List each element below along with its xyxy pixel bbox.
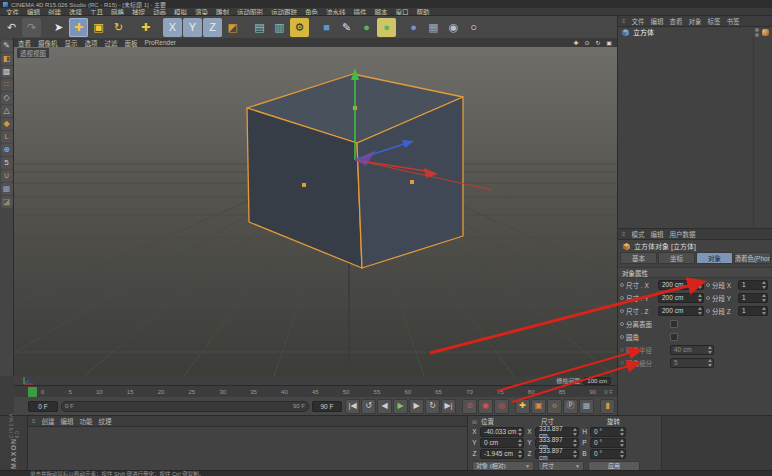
panel-icon[interactable]: ≡: [32, 418, 36, 424]
last-tool-icon[interactable]: ✚: [136, 18, 155, 37]
anim-dot[interactable]: [620, 309, 624, 313]
viewport-menu-item[interactable]: 显示: [65, 38, 78, 48]
menu-item[interactable]: 编辑: [27, 8, 40, 16]
subdivision-surface-icon[interactable]: ●: [357, 18, 376, 37]
menu-item[interactable]: 选择: [69, 8, 82, 16]
y-axis-lock-icon[interactable]: Y: [183, 18, 202, 37]
menu-item[interactable]: 运动跟踪: [271, 8, 297, 16]
am-menu-item[interactable]: 编辑: [651, 229, 664, 239]
position-field[interactable]: 0 cm: [480, 438, 524, 448]
position-field[interactable]: -40.033 cm: [480, 427, 524, 437]
end-frame-field[interactable]: 90 F: [312, 401, 342, 412]
light-icon[interactable]: ○: [464, 18, 483, 37]
panel-icon[interactable]: ⊞: [472, 418, 477, 425]
polygon-mode-icon[interactable]: △: [1, 105, 13, 117]
quantize-icon[interactable]: 5: [1, 157, 13, 169]
transport-button[interactable]: [457, 399, 461, 414]
menu-item[interactable]: 流水线: [326, 8, 346, 16]
coordinate-system-icon[interactable]: ◩: [223, 18, 242, 37]
timeline-range-slider[interactable]: 0 F 90 F: [61, 401, 309, 412]
viewport-menu-item[interactable]: 过滤: [105, 38, 118, 48]
undo-icon[interactable]: ↶: [2, 18, 21, 37]
menu-item[interactable]: 渲染: [195, 8, 208, 16]
phong-tag-icon[interactable]: [762, 29, 769, 36]
toolbar-icon[interactable]: [243, 18, 249, 37]
anim-dot[interactable]: [620, 296, 624, 300]
checkbox[interactable]: [670, 320, 678, 328]
zoom-view-icon[interactable]: ⊙: [583, 39, 591, 46]
viewport-menu-item[interactable]: 查看: [18, 38, 31, 48]
menu-item[interactable]: 文件: [6, 8, 19, 16]
toggle-view-icon[interactable]: ▣: [605, 39, 613, 46]
enable-axis-icon[interactable]: L: [1, 131, 13, 143]
om-menu-item[interactable]: 文件: [632, 16, 645, 26]
deformer-icon[interactable]: ●: [377, 18, 396, 37]
record-rotation-button[interactable]: ○: [547, 399, 562, 414]
rotate-view-icon[interactable]: ↻: [594, 39, 602, 46]
segments-field[interactable]: 1: [738, 280, 768, 290]
menu-item[interactable]: 脚本: [375, 8, 388, 16]
next-frame-button[interactable]: ▶: [409, 399, 424, 414]
visibility-dot-render[interactable]: [755, 33, 759, 37]
transform-mode-dropdown[interactable]: 对象 (相对)▼: [472, 461, 534, 471]
menu-item[interactable]: 运动图形: [237, 8, 263, 16]
timeline-ruler[interactable]: 051015202530354045505560657075808590 0 F: [14, 385, 617, 397]
panel-icon[interactable]: ≡: [622, 231, 626, 237]
checkbox[interactable]: [670, 333, 678, 341]
viewport[interactable]: 查看 摄像机 显示 选项 过滤 面板 ProRender ✚⊙↻▣ 透视视图: [14, 38, 617, 376]
mat-menu-item[interactable]: 功能: [80, 416, 93, 426]
rotate-tool-icon[interactable]: ↻: [109, 18, 128, 37]
texture-mode-icon[interactable]: ▩: [1, 66, 13, 78]
current-frame-field[interactable]: 0 F: [28, 401, 58, 412]
om-menu-item[interactable]: 书签: [727, 16, 740, 26]
panel-icon[interactable]: ≡: [622, 18, 626, 24]
segments-field[interactable]: 1: [738, 293, 768, 303]
viewport-menu-item[interactable]: 摄像机: [38, 38, 58, 48]
z-axis-lock-icon[interactable]: Z: [203, 18, 222, 37]
attribute-tab[interactable]: 基本: [620, 252, 657, 264]
toolbar-icon[interactable]: [129, 18, 135, 37]
menu-item[interactable]: 网格: [111, 8, 124, 16]
anim-dot[interactable]: [620, 283, 624, 287]
mat-menu-item[interactable]: 创建: [42, 416, 55, 426]
transport-button[interactable]: [510, 399, 514, 414]
menu-item[interactable]: 角色: [305, 8, 318, 16]
object-row-cube[interactable]: 立方体: [618, 27, 772, 37]
prev-frame-button[interactable]: ◀: [377, 399, 392, 414]
lock-workplane-icon[interactable]: ◪: [1, 196, 13, 208]
size-field[interactable]: 200 cm: [658, 293, 704, 303]
om-menu-item[interactable]: 对象: [689, 16, 702, 26]
position-field[interactable]: -1.945 cm: [480, 449, 524, 459]
attribute-tab[interactable]: 坐标: [658, 252, 695, 264]
workplane-icon[interactable]: ▦: [1, 183, 13, 195]
om-menu-item[interactable]: 编辑: [651, 16, 664, 26]
menu-item[interactable]: 帮助: [417, 8, 430, 16]
menu-item[interactable]: 模拟: [174, 8, 187, 16]
environment-icon[interactable]: ●: [404, 18, 423, 37]
point-mode-icon[interactable]: ∷: [1, 79, 13, 91]
goto-start-button[interactable]: |◀: [345, 399, 360, 414]
redo-icon[interactable]: ↷: [22, 18, 41, 37]
viewport-menu-item[interactable]: 面板: [125, 38, 138, 48]
menu-item[interactable]: 动画: [153, 8, 166, 16]
menu-item[interactable]: 工具: [90, 8, 103, 16]
toolbar-icon[interactable]: [397, 18, 403, 37]
magnet-snap-icon[interactable]: ∪: [1, 170, 13, 182]
autokey-button[interactable]: ◉: [478, 399, 493, 414]
rotation-field[interactable]: 0 °: [590, 438, 626, 448]
model-mode-icon[interactable]: ◧: [1, 53, 13, 65]
record-parameter-button[interactable]: Ⓟ: [563, 399, 578, 414]
visibility-dots[interactable]: [755, 28, 759, 37]
render-view-icon[interactable]: ▤: [250, 18, 269, 37]
record-position-button[interactable]: ✚: [515, 399, 530, 414]
om-menu-item[interactable]: 查看: [670, 16, 683, 26]
spline-pen-icon[interactable]: ✎: [337, 18, 356, 37]
scale-tool-icon[interactable]: ▣: [89, 18, 108, 37]
play-reverse-button[interactable]: ↺: [361, 399, 376, 414]
goto-end-button[interactable]: ▶|: [441, 399, 456, 414]
record-scale-button[interactable]: ▣: [531, 399, 546, 414]
x-axis-lock-icon[interactable]: X: [163, 18, 182, 37]
make-editable-icon[interactable]: ✎: [1, 40, 13, 52]
axis-mode-icon[interactable]: ◆: [1, 118, 13, 130]
mat-menu-item[interactable]: 编辑: [61, 416, 74, 426]
